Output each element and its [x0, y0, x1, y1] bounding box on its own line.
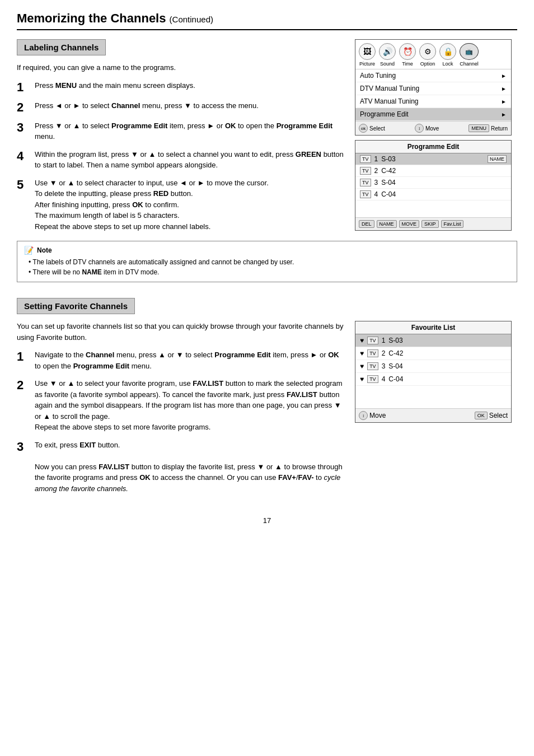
menu-row-programme-edit: Programme Edit ► — [355, 108, 511, 121]
tv-badge-3: TV — [360, 179, 371, 186]
favlist-btn[interactable]: Fav.List — [441, 220, 464, 228]
fav-num-3: 3 — [382, 362, 386, 370]
tab-time: ⏰ Time — [399, 43, 416, 67]
fav-num-1: 1 — [382, 337, 386, 344]
favourite-header: Setting Favorite Channels — [17, 298, 135, 314]
fav-step-3: 3 To exit, press EXIT button. Now you ca… — [17, 440, 344, 494]
prog-num-1: 1 — [374, 155, 378, 163]
lock-icon: 🔒 — [439, 43, 456, 60]
note-icon: 📝 — [24, 246, 34, 255]
fav-tv-2: TV — [367, 349, 378, 357]
labeling-step-5: 5 Use ▼ or ▲ to select character to inpu… — [17, 178, 344, 232]
favourite-right-col: Favourite List ♥ TV 1 S-03 ♥ TV 2 C-42 ♥… — [355, 321, 517, 423]
fav-row-2: ♥ TV 2 C-42 — [355, 347, 511, 360]
move-btn[interactable]: MOVE — [399, 220, 420, 228]
fav-move-label: Move — [369, 412, 386, 419]
fav-tv-4: TV — [367, 375, 378, 383]
tab-option: ⚙ Option — [419, 43, 436, 67]
menu-btn-icon: MENU — [469, 124, 489, 132]
step-num-4: 4 — [17, 150, 29, 162]
name-badge-1: NAME — [488, 155, 507, 163]
ok-circle-icon: ok — [359, 124, 368, 133]
fav-tv-1: TV — [367, 337, 378, 344]
sound-icon: 🔊 — [379, 43, 396, 60]
time-icon: ⏰ — [399, 43, 416, 60]
tab-picture-label: Picture — [359, 61, 375, 67]
prog-row-4: TV 4 C-04 — [355, 189, 511, 200]
prog-num-2: 2 — [374, 167, 378, 175]
prog-row-2: TV 2 C-42 — [355, 165, 511, 177]
tv-badge-4: TV — [360, 190, 371, 198]
fav-row-1: ♥ TV 1 S-03 — [355, 334, 511, 347]
programme-edit-footer: DEL NAME MOVE SKIP Fav.List — [355, 217, 511, 230]
favourite-list-box: Favourite List ♥ TV 1 S-03 ♥ TV 2 C-42 ♥… — [355, 321, 512, 423]
dtv-manual-arrow: ► — [501, 86, 507, 92]
step-text-2: Press ◄ or ► to select Channel menu, pre… — [35, 100, 259, 111]
tv-badge-1: TV — [360, 155, 371, 163]
labeling-header: Labeling Channels — [17, 39, 106, 55]
prog-row-3: TV 3 S-04 — [355, 177, 511, 189]
labeling-step-1: 1 Press MENU and the main menu screen di… — [17, 80, 344, 94]
menu-tabs-row: 🖼 Picture 🔊 Sound ⏰ Time ⚙ Option — [355, 40, 511, 69]
fav-tv-3: TV — [367, 362, 378, 370]
favourite-left-col: You can set up favorite channels list so… — [17, 321, 344, 501]
menu-row-atv-manual: ATV Manual Tuning ► — [355, 95, 511, 108]
step-text-1: Press MENU and the main menu screen disp… — [35, 80, 195, 91]
page-number: 17 — [17, 516, 517, 525]
favourite-list-footer: ↕ Move OK Select — [355, 408, 511, 422]
auto-tuning-label: Auto Tuning — [360, 72, 396, 80]
option-icon: ⚙ — [419, 43, 436, 60]
labeling-left-col: Labeling Channels If required, you can g… — [17, 39, 344, 239]
fav-step-2: 2 Use ▼ or ▲ to select your favorite pro… — [17, 378, 344, 433]
step-text-4: Within the program list, press ▼ or ▲ to… — [35, 149, 344, 171]
favourite-intro: You can set up favorite channels list so… — [17, 321, 344, 343]
tab-lock-label: Lock — [442, 61, 453, 67]
skip-btn[interactable]: SKIP — [421, 220, 439, 228]
prog-channel-3: S-04 — [381, 179, 395, 186]
prog-num-4: 4 — [374, 190, 378, 198]
programme-edit-title: Programme Edit — [355, 141, 511, 153]
programme-edit-box: Programme Edit TV 1 S-03 NAME TV 2 C-42 … — [355, 140, 512, 231]
labeling-intro: If required, you can give a name to the … — [17, 62, 344, 73]
labeling-section: Labeling Channels If required, you can g… — [17, 39, 517, 282]
step-num-2: 2 — [17, 101, 29, 114]
move-circle-icon: ↕ — [415, 124, 424, 133]
tab-picture: 🖼 Picture — [359, 43, 376, 67]
prog-channel-4: C-04 — [381, 190, 396, 198]
prog-channel-2: C-42 — [381, 167, 396, 175]
channel-icon: 📺 — [460, 43, 479, 60]
labeling-step-2: 2 Press ◄ or ► to select Channel menu, p… — [17, 100, 344, 114]
fav-step-text-3: To exit, press EXIT button. Now you can … — [35, 440, 344, 494]
fav-move-icon: ↕ — [359, 411, 368, 420]
title-text: Memorizing the Channels — [17, 11, 166, 25]
labeling-right-col: 🖼 Picture 🔊 Sound ⏰ Time ⚙ Option — [355, 39, 517, 231]
move-label: Move — [425, 125, 439, 132]
continued-text: (Continued) — [170, 15, 213, 24]
note-box: 📝 Note The labels of DTV channels are au… — [17, 241, 517, 282]
note-item-2: There will be no NAME item in DTV mode. — [29, 267, 510, 277]
tab-lock: 🔒 Lock — [439, 43, 456, 67]
fav-channel-1: S-03 — [388, 337, 402, 344]
fav-step-num-3: 3 — [17, 441, 29, 453]
step-text-3: Press ▼ or ▲ to select Programme Edit it… — [35, 120, 344, 142]
prog-num-3: 3 — [374, 179, 378, 186]
fav-num-2: 2 — [382, 349, 386, 357]
prog-row-1: TV 1 S-03 NAME — [355, 153, 511, 165]
footer-move: ↕ Move — [415, 124, 439, 133]
step-num-5: 5 — [17, 179, 29, 191]
channel-menu-box: 🖼 Picture 🔊 Sound ⏰ Time ⚙ Option — [355, 39, 512, 136]
name-btn[interactable]: NAME — [377, 220, 397, 228]
fav-footer-select: OK Select — [475, 412, 508, 419]
fav-footer-move: ↕ Move — [359, 411, 386, 420]
fav-step-1: 1 Navigate to the Channel menu, press ▲ … — [17, 349, 344, 371]
labeling-step-3: 3 Press ▼ or ▲ to select Programme Edit … — [17, 120, 344, 142]
fav-step-text-1: Navigate to the Channel menu, press ▲ or… — [35, 349, 344, 371]
tab-channel-label: Channel — [460, 61, 479, 67]
fav-select-label: Select — [489, 412, 508, 419]
picture-icon: 🖼 — [359, 43, 376, 60]
auto-tuning-arrow: ► — [501, 73, 507, 79]
del-btn[interactable]: DEL — [359, 220, 374, 228]
step-num-3: 3 — [17, 122, 29, 134]
page-title: Memorizing the Channels (Continued) — [17, 11, 517, 30]
menu-rows: Auto Tuning ► DTV Manual Tuning ► ATV Ma… — [355, 69, 511, 121]
